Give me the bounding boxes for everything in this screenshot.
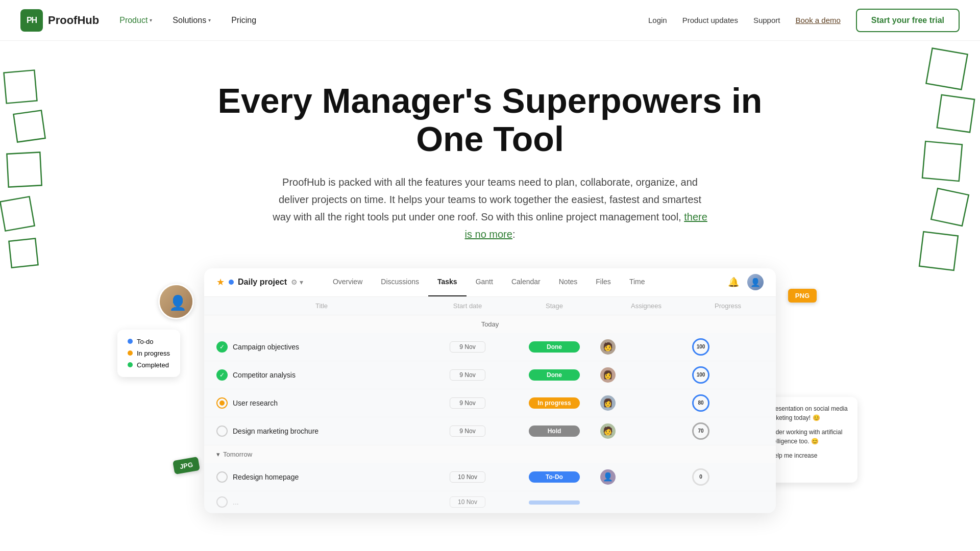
logo-icon: PH <box>20 9 43 32</box>
logo-text: ProofHub <box>48 14 99 27</box>
logo[interactable]: PH ProofHub <box>20 9 99 32</box>
legend-completed: Completed <box>128 361 170 369</box>
tab-files[interactable]: Files <box>586 268 620 297</box>
check-progress-icon <box>216 397 228 409</box>
check-done-icon: ✓ <box>216 369 228 381</box>
svg-rect-9 <box>919 232 958 270</box>
tab-time[interactable]: Time <box>620 268 654 297</box>
task-row[interactable]: ✓ Competitor analysis 9 Nov Done 👩 100 <box>204 361 776 389</box>
svg-rect-4 <box>9 238 38 267</box>
assignee-avatar: 👩 <box>600 395 616 411</box>
section-tomorrow: ▾ Tomorrow <box>204 445 776 463</box>
check-empty-icon <box>216 471 228 483</box>
project-name: Daily project <box>238 278 287 287</box>
tab-overview[interactable]: Overview <box>324 268 372 297</box>
task-row[interactable]: ✓ Campaign objectives 9 Nov Done 🧑 100 <box>204 333 776 361</box>
status-badge-inprogress: In progress <box>529 397 580 409</box>
task-row[interactable]: User research 9 Nov In progress 👩 80 <box>204 389 776 417</box>
legend-card: To-do In progress Completed <box>117 330 180 377</box>
check-empty-icon <box>216 496 228 508</box>
nav-product-updates[interactable]: Product updates <box>682 16 738 24</box>
assignee-avatar: 👩 <box>600 367 616 383</box>
navbar-left: PH ProofHub Product ▾ Solutions ▾ Pricin… <box>20 9 256 32</box>
progress-circle: 100 <box>692 338 709 356</box>
hero-title: Every Manager's Superpowers in One Tool <box>209 82 771 158</box>
table-header: Title Start date Stage Assignees Progres… <box>204 297 776 315</box>
task-title-cell: ✓ Campaign objectives <box>216 341 427 353</box>
svg-rect-0 <box>4 70 37 103</box>
jpg-badge: JPG <box>173 456 200 474</box>
status-badge-todo <box>529 500 580 505</box>
tab-tasks[interactable]: Tasks <box>428 268 467 297</box>
svg-rect-1 <box>14 110 45 142</box>
tab-calendar[interactable]: Calendar <box>502 268 550 297</box>
task-row[interactable]: ... 10 Nov <box>204 491 776 513</box>
status-badge-hold: Hold <box>529 425 580 437</box>
col-assignees: Assignees <box>600 302 692 310</box>
gear-icon[interactable]: ⚙ ▾ <box>291 278 303 286</box>
deco-left <box>0 41 102 347</box>
nav-pricing[interactable]: Pricing <box>231 16 256 25</box>
nav-login[interactable]: Login <box>648 16 667 24</box>
section-today: Today <box>204 315 776 333</box>
floating-avatar: 👤 <box>158 284 194 319</box>
nav-book-demo[interactable]: Book a demo <box>795 16 840 24</box>
nav-solutions[interactable]: Solutions ▾ <box>173 16 211 25</box>
project-dot <box>229 280 234 285</box>
date-badge: 10 Nov <box>450 471 485 483</box>
dashboard-header: ★ Daily project ⚙ ▾ Overview Discussions… <box>204 268 776 297</box>
task-title-cell: ... <box>216 496 427 508</box>
progress-circle: 100 <box>692 366 709 384</box>
tab-discussions[interactable]: Discussions <box>372 268 428 297</box>
task-title-cell: Redesign homepage <box>216 471 427 483</box>
date-badge: 9 Nov <box>450 425 485 437</box>
check-empty-icon <box>216 425 228 437</box>
dashboard-icons: 🔔 👤 <box>728 274 764 290</box>
task-row[interactable]: Redesign homepage 10 Nov To-Do 👤 0 <box>204 463 776 491</box>
legend-todo: To-do <box>128 338 170 345</box>
dashboard-container: 👤 To-do In progress Completed JPG PNG � <box>184 268 796 513</box>
deco-right <box>868 41 980 347</box>
status-badge-todo: To-Do <box>529 471 580 483</box>
check-done-icon: ✓ <box>216 341 228 353</box>
inprogress-dot <box>128 350 133 356</box>
hero-section: Every Manager's Superpowers in One Tool … <box>0 41 980 534</box>
navbar: PH ProofHub Product ▾ Solutions ▾ Pricin… <box>0 0 980 41</box>
nav-support[interactable]: Support <box>753 16 780 24</box>
svg-rect-3 <box>0 196 34 231</box>
col-progress: Progress <box>692 302 764 310</box>
svg-rect-6 <box>937 95 974 132</box>
date-badge: 9 Nov <box>450 397 485 409</box>
bell-icon[interactable]: 🔔 <box>728 277 739 288</box>
tab-gantt[interactable]: Gantt <box>467 268 502 297</box>
project-info: ★ Daily project ⚙ ▾ <box>216 277 303 288</box>
dashboard-tabs: Overview Discussions Tasks Gantt Calenda… <box>324 268 654 297</box>
svg-rect-5 <box>926 48 967 89</box>
task-row[interactable]: Design marketing brochure 9 Nov Hold 🧑 7… <box>204 417 776 445</box>
assignee-avatar: 🧑 <box>600 339 616 355</box>
start-trial-button[interactable]: Start your free trial <box>856 9 960 32</box>
date-badge: 9 Nov <box>450 369 485 381</box>
task-title-cell: ✓ Competitor analysis <box>216 369 427 381</box>
assignee-avatar: 👤 <box>600 469 616 485</box>
product-arrow-icon: ▾ <box>150 17 152 23</box>
dashboard: ★ Daily project ⚙ ▾ Overview Discussions… <box>204 268 776 513</box>
navbar-right: Login Product updates Support Book a dem… <box>648 9 960 32</box>
progress-circle: 80 <box>692 394 709 412</box>
solutions-arrow-icon: ▾ <box>208 17 211 23</box>
status-badge-done: Done <box>529 369 580 381</box>
svg-rect-7 <box>922 141 962 181</box>
date-badge: 10 Nov <box>450 496 485 508</box>
task-title-cell: Design marketing brochure <box>216 425 427 437</box>
assignee-avatar: 🧑 <box>600 423 616 439</box>
date-badge: 9 Nov <box>450 341 485 353</box>
col-title: Title <box>216 302 427 310</box>
star-icon: ★ <box>216 277 225 288</box>
completed-dot <box>128 362 133 367</box>
col-stage: Stage <box>508 302 600 310</box>
hero-description: ProofHub is packed with all the features… <box>271 173 709 243</box>
status-badge-done: Done <box>529 341 580 353</box>
tab-notes[interactable]: Notes <box>550 268 587 297</box>
user-avatar-header[interactable]: 👤 <box>747 274 764 290</box>
nav-product[interactable]: Product ▾ <box>119 16 152 25</box>
